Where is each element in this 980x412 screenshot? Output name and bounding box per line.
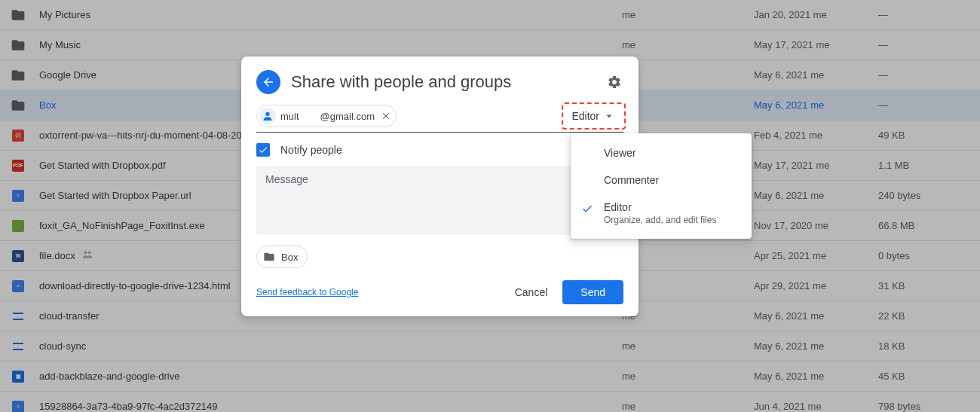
file-modified: Feb 4, 2021 me: [754, 130, 878, 141]
file-owner: me: [622, 280, 754, 291]
file-owner: me: [622, 250, 754, 261]
file-type-icon: [9, 96, 27, 114]
file-modified: May 6, 2021 me: [754, 310, 878, 322]
recipient-chip[interactable]: mult @gmail.com: [256, 105, 397, 127]
file-size: 45 KB: [878, 371, 980, 382]
permission-menu: Viewer Commenter Editor Organize, add, a…: [571, 133, 752, 239]
shared-icon: [81, 249, 93, 263]
svg-point-1: [87, 251, 90, 254]
file-name: 15928864-3a73-4ba9-97fc-4ac2d372149: [39, 401, 622, 412]
back-button[interactable]: [256, 70, 280, 94]
feedback-link[interactable]: Send feedback to Google: [256, 287, 358, 298]
file-size: —: [878, 39, 980, 50]
file-type-icon: ≡: [9, 277, 27, 295]
file-owner: me: [622, 99, 754, 111]
notify-checkbox[interactable]: [256, 143, 270, 157]
file-size: 1.1 MB: [878, 160, 980, 171]
perm-label: Viewer: [604, 147, 636, 159]
file-name: My Music: [39, 39, 622, 50]
gear-icon: [607, 75, 622, 90]
file-row[interactable]: My PicturesmeJan 20, 2021 me—: [0, 0, 980, 30]
file-modified: May 6, 2021 me: [754, 371, 878, 382]
file-row[interactable]: ≡15928864-3a73-4ba9-97fc-4ac2d372149meJu…: [0, 392, 980, 412]
file-modified: May 17, 2021 me: [754, 39, 878, 50]
permission-select[interactable]: Editor: [564, 105, 623, 127]
file-modified: May 6, 2021 me: [754, 69, 878, 81]
file-size: 66.8 MB: [878, 220, 980, 231]
file-owner: me: [622, 401, 754, 412]
file-size: 22 KB: [878, 310, 980, 322]
folder-name: Box: [281, 252, 298, 263]
file-type-icon: [9, 66, 27, 84]
chip-remove-button[interactable]: [381, 111, 391, 121]
file-modified: Nov 17, 2020 me: [754, 220, 878, 231]
message-placeholder: Message: [265, 173, 308, 185]
file-size: —: [878, 9, 980, 20]
file-owner: me: [622, 39, 754, 50]
perm-option-viewer[interactable]: Viewer: [571, 139, 752, 166]
file-size: 18 KB: [878, 340, 980, 352]
file-modified: Apr 25, 2021 me: [754, 250, 878, 261]
file-type-icon: W: [9, 247, 27, 265]
file-type-icon: ⟨/⟩: [9, 127, 27, 145]
file-name: cloud-sync: [39, 340, 622, 352]
shared-folder-chip[interactable]: Box: [256, 246, 308, 268]
perm-option-commenter[interactable]: Commenter: [571, 166, 752, 194]
file-owner: me: [622, 69, 754, 81]
caret-down-icon: [602, 109, 616, 123]
file-type-icon: ≡: [9, 187, 27, 205]
message-input[interactable]: Message: [256, 166, 623, 235]
file-type-icon: [9, 6, 27, 24]
cancel-button[interactable]: Cancel: [512, 280, 551, 304]
file-size: —: [878, 99, 980, 111]
file-row[interactable]: cloud-syncmeMay 6, 2021 me18 KB: [0, 331, 980, 362]
file-modified: May 17, 2021 me: [754, 160, 878, 171]
chip-name: mult: [280, 111, 299, 122]
avatar-icon: [259, 108, 276, 124]
file-modified: May 6, 2021 me: [754, 190, 878, 201]
folder-icon: [263, 251, 275, 263]
check-icon: [258, 145, 268, 155]
svg-point-0: [84, 251, 87, 254]
close-icon: [381, 111, 391, 121]
file-owner: me: [622, 340, 754, 352]
file-name: My Pictures: [39, 9, 622, 20]
file-modified: May 6, 2021 me: [754, 340, 878, 352]
arrow-left-icon: [262, 75, 275, 89]
file-size: 240 bytes: [878, 190, 980, 201]
settings-button[interactable]: [605, 73, 623, 91]
file-type-icon: [9, 337, 27, 356]
file-owner: me: [622, 9, 754, 20]
send-button[interactable]: Send: [562, 280, 623, 304]
perm-subtitle: Organize, add, and edit files: [604, 215, 740, 225]
file-modified: Jun 4, 2021 me: [754, 401, 878, 412]
chip-email: @gmail.com: [320, 111, 375, 122]
file-size: 0 bytes: [878, 250, 980, 261]
notify-label: Notify people: [280, 144, 342, 156]
permission-selected-label: Editor: [571, 110, 599, 122]
file-row[interactable]: My MusicmeMay 17, 2021 me—: [0, 30, 980, 60]
file-type-icon: ▦: [9, 368, 27, 386]
file-size: 49 KB: [878, 130, 980, 141]
file-modified: May 6, 2021 me: [754, 99, 878, 111]
file-type-icon: ≡: [9, 398, 27, 413]
file-size: 31 KB: [878, 280, 980, 291]
file-size: 798 bytes: [878, 401, 980, 412]
perm-label: Editor: [604, 201, 632, 213]
recipient-input-row[interactable]: mult @gmail.com Editor: [256, 105, 623, 133]
file-type-icon: [9, 307, 27, 325]
perm-label: Commenter: [604, 174, 659, 186]
file-name: add-backblaze-and-google-drive: [39, 371, 622, 382]
file-size: —: [878, 69, 980, 81]
file-modified: Jan 20, 2021 me: [754, 9, 878, 20]
check-icon: [581, 203, 593, 217]
file-row[interactable]: ▦add-backblaze-and-google-drivemeMay 6, …: [0, 362, 980, 392]
file-type-icon: [9, 217, 27, 235]
file-owner: me: [622, 371, 754, 382]
perm-option-editor[interactable]: Editor Organize, add, and edit files: [571, 194, 752, 233]
file-type-icon: PDF: [9, 157, 27, 175]
dialog-title: Share with people and groups: [291, 72, 605, 92]
file-owner: me: [622, 310, 754, 322]
svg-point-2: [265, 112, 269, 116]
file-type-icon: [9, 36, 27, 54]
